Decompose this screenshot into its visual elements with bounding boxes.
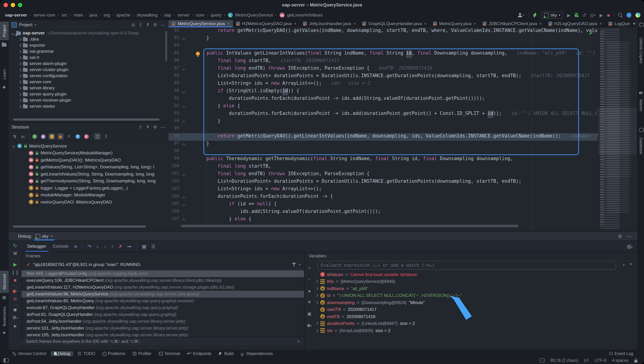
tool-window-button-problems[interactable]: Problems	[99, 351, 128, 356]
fold-marker-icon[interactable]	[182, 173, 185, 176]
tool-window-button-version-control[interactable]: Version Control	[9, 351, 49, 356]
chevron-right-icon[interactable]	[18, 80, 21, 84]
horizontal-scrollbar[interactable]	[13, 118, 160, 120]
view-breakpoints-icon[interactable]: ◉◦	[9, 288, 22, 294]
bookmarks-icon[interactable]: ⚑	[2, 331, 7, 336]
threads-view-icon[interactable]: ≡	[74, 244, 77, 249]
breadcrumb-item[interactable]: java	[90, 12, 97, 18]
evaluate-expression-input[interactable]: Evaluate expression (↵) or add a watch (…	[317, 261, 616, 270]
variable-row[interactable]: pendTB=202008071418	[304, 313, 637, 320]
tool-window-button-profiler[interactable]: Profiler	[130, 351, 154, 356]
chevron-down-icon[interactable]	[12, 32, 14, 35]
fold-marker-icon[interactable]	[182, 120, 185, 124]
debug-session-tab[interactable]: sky ×	[35, 232, 53, 240]
line-number[interactable]: 100	[169, 163, 179, 171]
tab-options-kebab-icon[interactable]: ⋮	[638, 21, 642, 26]
code-line[interactable]: 99 public Thermodynamic getThermodynamic…	[169, 156, 598, 163]
gear-icon[interactable]: ⚙	[153, 22, 157, 27]
mute-breakpoints-icon[interactable]: ⊘	[9, 296, 22, 302]
project-root-row[interactable]: oap-server~/Downloads/apache-skywalking-…	[9, 30, 166, 36]
code-line[interactable]: 101 final long endTB) throws IOException…	[169, 171, 598, 178]
line-number[interactable]: 84	[169, 43, 179, 50]
chevron-down-icon[interactable]: ▾	[35, 23, 36, 26]
close-icon[interactable]: ×	[294, 21, 296, 26]
structure-member-row[interactable]: mMetricQueryService(ModuleManager)	[9, 150, 166, 156]
line-number[interactable]: 103	[169, 186, 179, 194]
gear-icon[interactable]: ⚙	[618, 234, 622, 239]
coverage-button[interactable]: ◎▾	[590, 12, 596, 18]
variable-row[interactable]: ids={ArrayList@6925}size = 2	[304, 327, 637, 334]
project-panel-title[interactable]: Project	[19, 22, 33, 27]
code-line[interactable]: 95	[169, 126, 598, 133]
editor-tab[interactable]: JettyJsonHandler.java×	[300, 20, 359, 27]
sidebar-item-project[interactable]: Project	[0, 22, 9, 40]
hide-panel-icon[interactable]: —	[161, 22, 165, 27]
breadcrumb-item[interactable]: server	[178, 12, 190, 18]
drop-frame-icon[interactable]: ✗	[119, 244, 123, 249]
code-line[interactable]: 88 List<DurationPoint> durationPoints = …	[169, 73, 598, 80]
search-everywhere-icon[interactable]	[618, 13, 622, 17]
debug-button[interactable]	[575, 13, 578, 17]
fold-marker-icon[interactable]	[182, 143, 185, 146]
add-watch-icon[interactable]: +	[304, 265, 314, 270]
tab-console[interactable]: Console	[52, 241, 69, 252]
chevron-down-icon[interactable]: ▾	[299, 263, 300, 266]
close-icon[interactable]: ×	[353, 21, 356, 26]
chevron-right-icon[interactable]	[18, 50, 21, 53]
code-line[interactable]: 96 return getMetricQueryDAO().getLinearI…	[169, 133, 598, 141]
chevron-right-icon[interactable]	[315, 322, 318, 325]
run-to-cursor-icon[interactable]: ↦	[127, 244, 131, 249]
stack-frame-row[interactable]: doPost:54, JettyJsonHandler (org.apache.…	[22, 318, 304, 325]
code-line[interactable]: 85 public IntValues getLinearIntValues(f…	[169, 50, 598, 58]
close-icon[interactable]: ×	[539, 21, 542, 26]
structure-member-row[interactable]: fmetricQueryDAO: IMetricsQueryDAO	[9, 198, 166, 206]
autoscroll-from-source-icon[interactable]: ↧	[103, 133, 109, 140]
structure-member-row[interactable]: fmoduleManager: ModuleManager	[9, 192, 166, 198]
close-icon[interactable]: ×	[474, 21, 476, 26]
chevron-right-icon[interactable]	[18, 99, 21, 102]
profiler-button[interactable]: ↺	[582, 12, 586, 18]
code-line[interactable]: 98	[169, 148, 598, 156]
show-anonymous-icon[interactable]: O	[74, 133, 81, 140]
code-line[interactable]: 82 return getMetricQueryDAO().getValues(…	[169, 28, 598, 35]
pause-program-icon[interactable]: ❙❙	[9, 270, 22, 275]
editor-tab[interactable]: LogQue	[605, 20, 633, 27]
breadcrumb-item[interactable]: query	[211, 12, 221, 18]
project-tree-item[interactable]: server-configuration	[9, 73, 166, 79]
line-number[interactable]: 85	[169, 50, 179, 58]
debugger-settings-icon[interactable]: ☰	[151, 244, 155, 249]
run-button[interactable]: ▶	[567, 12, 571, 18]
chevron-right-icon[interactable]	[315, 301, 318, 304]
code-line[interactable]: 100 final long startTB,	[169, 163, 598, 171]
stack-frame-row[interactable]: getLinearIntValues:117, H2MetricsQueryDA…	[22, 284, 304, 291]
breadcrumb-item[interactable]: core	[196, 12, 204, 18]
structure-member-row[interactable]: mgetValues(String, List<String>, Downsam…	[9, 164, 166, 170]
code-editor[interactable]: 82 return getMetricQueryDAO().getValues(…	[169, 27, 598, 232]
sort-by-visibility-icon[interactable]: ⇅	[12, 133, 18, 140]
expand-all-icon[interactable]: ⇳	[139, 22, 142, 27]
force-step-into-icon[interactable]: ↓	[104, 244, 106, 249]
build-hammer-icon[interactable]	[533, 13, 537, 18]
user-account-icon[interactable]: ▾	[518, 13, 524, 17]
fold-marker-icon[interactable]	[182, 218, 185, 222]
stop-button[interactable]: ■	[607, 12, 610, 18]
stack-frame-row[interactable]: getLinearIntValues:60, MetricQuery (org.…	[22, 298, 304, 304]
editor-tab[interactable]: GraphQLQueryHandler.java×	[359, 20, 430, 27]
debug-settings-gear-icon[interactable]: ⚙▾	[9, 315, 22, 320]
structure-member-row[interactable]: mgetThermodynamic(String, String, Downsa…	[9, 178, 166, 184]
chevron-down-icon[interactable]	[12, 145, 15, 148]
code-line[interactable]: 94 }	[169, 118, 598, 126]
breadcrumb-item[interactable]: org	[104, 12, 110, 18]
variable-row[interactable]: pdownsampling={Downsampling@6924}"Minute…	[304, 299, 637, 306]
code-line[interactable]: 105 if (id == null) {	[169, 201, 598, 208]
stack-frame-row[interactable]: getLinearIntValues:96, MetricQueryServic…	[22, 291, 304, 298]
structure-member-row[interactable]: flogger: Logger = LoggerFactory.getLogge…	[9, 184, 166, 192]
line-number[interactable]: 97	[169, 141, 179, 148]
close-icon[interactable]: ×	[227, 21, 229, 26]
line-number[interactable]: 88	[169, 73, 179, 80]
line-number[interactable]: 95	[169, 126, 179, 133]
chevron-right-icon[interactable]	[18, 44, 21, 47]
wrench-icon[interactable]: ⚒	[9, 251, 22, 256]
editor-tab[interactable]: H2MetricsQueryDAO.java×	[233, 20, 299, 27]
project-tree-item[interactable]: server-starter	[9, 104, 166, 110]
